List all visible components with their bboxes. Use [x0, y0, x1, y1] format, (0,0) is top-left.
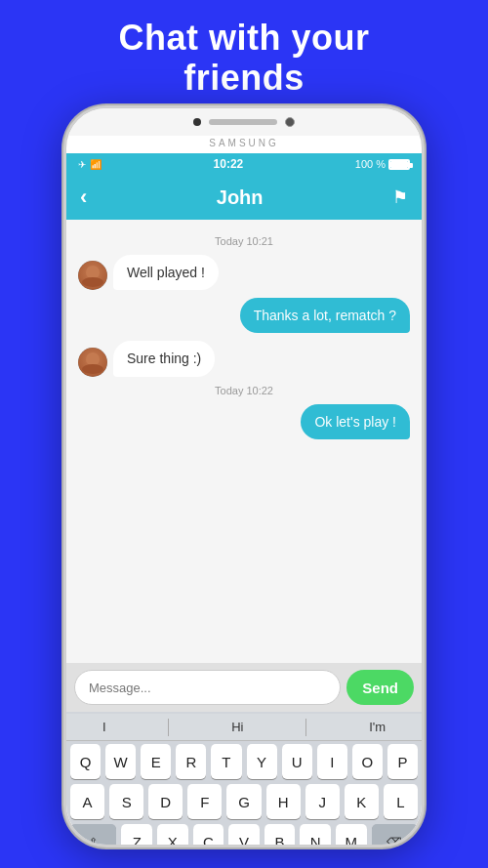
suggestion-hi[interactable]: Hi	[222, 720, 253, 734]
speaker-bar	[209, 119, 277, 125]
key-x[interactable]: X	[157, 824, 188, 847]
key-a[interactable]: A	[70, 784, 104, 819]
key-f[interactable]: F	[187, 784, 222, 819]
message-bubble: Well played !	[113, 255, 219, 290]
phone-mockup: SAMSUNG ✈ 📶 10:22 100 % ‹ John ⚑ Today 1…	[63, 105, 425, 847]
status-icons: ✈ 📶	[78, 159, 102, 170]
airplane-icon: ✈	[78, 159, 86, 170]
key-row-3: ⇧ Z X C V B N M ⌫	[70, 824, 418, 847]
key-r[interactable]: R	[176, 744, 206, 779]
key-g[interactable]: G	[226, 784, 261, 819]
key-u[interactable]: U	[282, 744, 312, 779]
date-label-1: Today 10:21	[78, 235, 410, 247]
send-button[interactable]: Send	[346, 670, 414, 705]
key-k[interactable]: K	[345, 784, 379, 819]
page-title: Chat with your friends	[0, 0, 488, 99]
key-o[interactable]: O	[352, 744, 383, 779]
key-z[interactable]: Z	[121, 824, 152, 847]
key-e[interactable]: E	[141, 744, 171, 779]
key-rows: Q W E R T Y U I O P A S D F G	[66, 741, 422, 847]
key-l[interactable]: L	[384, 784, 418, 819]
message-row: Sure thing :)	[78, 341, 410, 376]
suggestion-divider	[168, 719, 169, 736]
message-row: Well played !	[78, 255, 410, 290]
shift-key[interactable]: ⇧	[70, 824, 116, 847]
keyboard-suggestions: I Hi I'm	[66, 714, 422, 741]
camera-dot-left	[193, 118, 201, 126]
keyboard: I Hi I'm Q W E R T Y U I O	[66, 712, 422, 845]
key-j[interactable]: J	[305, 784, 340, 819]
key-d[interactable]: D	[148, 784, 183, 819]
back-button[interactable]: ‹	[80, 186, 87, 208]
suggestion-im[interactable]: I'm	[359, 720, 395, 734]
battery-label: 100 %	[355, 158, 386, 170]
message-bubble: Thanks a lot, rematch ?	[240, 298, 410, 333]
key-n[interactable]: N	[300, 824, 331, 847]
status-bar: ✈ 📶 10:22 100 %	[66, 153, 422, 175]
flag-button[interactable]: ⚑	[392, 186, 408, 208]
key-i[interactable]: I	[317, 744, 347, 779]
phone-top-bar	[66, 108, 422, 136]
message-bubble: Sure thing :)	[113, 341, 215, 376]
key-s[interactable]: S	[109, 784, 143, 819]
avatar	[78, 261, 107, 290]
status-right: 100 %	[355, 158, 410, 170]
key-v[interactable]: V	[228, 824, 260, 847]
key-p[interactable]: P	[387, 744, 418, 779]
suggestion-divider	[305, 719, 306, 736]
battery-bar	[388, 159, 410, 170]
key-c[interactable]: C	[193, 824, 224, 847]
chat-header: ‹ John ⚑	[66, 175, 422, 220]
delete-key[interactable]: ⌫	[372, 824, 418, 847]
key-b[interactable]: B	[264, 824, 296, 847]
message-row: Thanks a lot, rematch ?	[78, 298, 410, 333]
key-t[interactable]: T	[211, 744, 241, 779]
key-w[interactable]: W	[105, 744, 136, 779]
key-row-1: Q W E R T Y U I O P	[70, 744, 418, 779]
contact-name: John	[217, 186, 264, 209]
battery-fill	[390, 161, 408, 168]
phone-shell: SAMSUNG ✈ 📶 10:22 100 % ‹ John ⚑ Today 1…	[63, 105, 425, 847]
date-label-2: Today 10:22	[78, 385, 410, 396]
camera-dot-right	[285, 117, 295, 127]
key-row-2: A S D F G H J K L	[70, 784, 418, 819]
chat-body: Today 10:21 Well played ! Thanks a lot, …	[66, 220, 422, 673]
wifi-icon: 📶	[90, 159, 102, 170]
input-bar: Send	[66, 663, 422, 712]
suggestion-i[interactable]: I	[93, 720, 116, 734]
avatar-face	[78, 348, 107, 377]
message-input[interactable]	[74, 670, 341, 705]
message-bubble: Ok let's play !	[301, 404, 410, 439]
brand-label: SAMSUNG	[66, 138, 422, 148]
status-time: 10:22	[214, 157, 244, 171]
avatar	[78, 348, 107, 377]
key-y[interactable]: Y	[247, 744, 277, 779]
key-m[interactable]: M	[336, 824, 367, 847]
avatar-face	[78, 261, 107, 290]
key-h[interactable]: H	[266, 784, 301, 819]
key-q[interactable]: Q	[70, 744, 101, 779]
message-row: Ok let's play !	[78, 404, 410, 439]
